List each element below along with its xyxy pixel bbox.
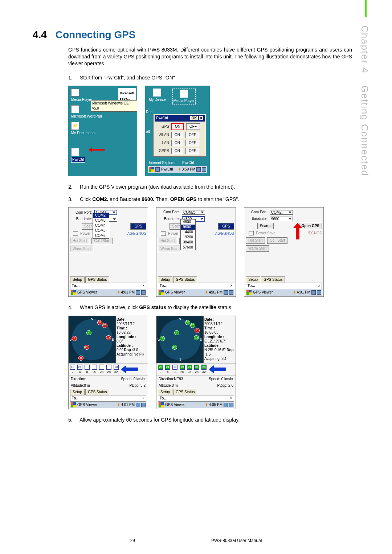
red-arrow-icon [89,148,105,152]
taskbar: PwrCtrl ⬇ 3:59 PM [148,166,207,173]
lan-on-button[interactable]: ON [171,140,183,146]
document-title-footer: PWS-8033M User Manual [211,538,262,543]
step-5: 5. Allow approximately 60 seconds for GP… [68,416,352,424]
sidebar-chapter: Chapter 4 [359,25,370,73]
gps-off-button[interactable]: OFF [186,123,200,130]
sidebar-title: Getting Connected [359,85,370,176]
desktop-icon-my-device[interactable]: My Device [149,89,166,104]
screenshot-desktop: Microsoft Win Microsoft Windows CE v5.0 … [68,86,137,176]
list-item[interactable]: 19200 [181,235,195,240]
baudrate-select[interactable] [270,217,293,221]
section-number: 4.4 [33,29,47,40]
intro-paragraph: GPS functions come optional with PWS-803… [68,46,352,67]
taskbar-app-icon[interactable] [155,167,160,172]
desktop-icon-pwrctrl-bottom[interactable]: PwrCtrl [182,160,194,165]
gprs-on-button[interactable]: ON [171,148,183,154]
powersave-checkbox[interactable] [73,231,78,236]
list-item[interactable]: 57600 [181,245,195,250]
desktop-icon-media-player-selected[interactable]: ▶ Media Player [172,89,196,104]
list-item[interactable]: COM2: [93,213,109,218]
list-item[interactable]: 9600 [181,225,195,230]
gps-status-3dfix: N W E S 32 20 11 4 2 23 28 [156,316,236,409]
section-title: Connecting GPS [56,29,136,40]
gps-on-button[interactable]: ON [171,123,184,130]
tooltip-win-version: Microsoft Windows CE v5.0 [91,100,137,112]
warm-start-button[interactable]: Warm Start [70,246,93,252]
sky-plot: N W E S 32 20 11 4 2 23 28 [156,316,204,363]
start-button-icon[interactable] [71,290,76,295]
list-item[interactable]: COM6: [93,233,109,238]
list-item[interactable]: 38400 [181,240,195,245]
gps-status-nofix: N W E 32 20 4 2 23 28 8 [68,316,148,409]
blue-arrow-left-icon [121,366,138,373]
com-port-select[interactable] [182,210,205,215]
red-arrow-up-icon [294,223,302,239]
folder-icon: 📁 [71,122,79,130]
pwrctrl-close-button[interactable]: × [199,116,203,120]
media-player-icon: ▶ [71,89,79,97]
gpsviewer-com-dropdown: Com Port: Baudrate: COM2: COM3: COM4: [68,207,148,297]
step-3: 3. Click COM2. and Baudrate 9600. Then, … [68,196,352,297]
step-1: 1. Start from "PwrCtrl", and chose GPS "… [68,74,352,177]
tab-gps-status[interactable]: GPS Status [85,276,109,283]
close-icon[interactable]: × [142,283,144,288]
list-item[interactable]: 4800 [181,219,195,225]
list-item[interactable]: 14400 [181,230,195,235]
section-heading: 4.4 Connecting GPS [33,29,352,41]
desktop-icon-internet-explorer[interactable]: Internet Explorer [149,160,176,165]
blue-arrow-left-icon [209,366,226,373]
taskbar-clock: 3:59 PM [182,167,195,172]
wordpad-icon: W [71,105,79,113]
pwrctrl-icon: ⚙ [71,148,79,156]
gps-close-button[interactable]: GPS [130,223,146,230]
egnos-link[interactable]: AS/EGNOS [127,231,146,236]
gprs-off-button[interactable]: OFF [185,148,199,154]
list-item[interactable]: COM5: [93,228,109,233]
wlan-off-button[interactable]: OFF [185,132,199,138]
chevron-down-icon [113,212,115,213]
pwrctrl-ok-button[interactable]: OK [190,116,198,120]
page-number: 29 [130,538,135,543]
tray-sip-icon[interactable] [202,167,206,172]
sidebar-chapter-label: Chapter 4 Getting Connected [359,25,370,176]
desktop-icon-spacer [71,139,136,145]
lan-off-button[interactable]: OFF [185,140,199,146]
header-accent-stripe [365,0,367,17]
sky-plot: N W E 32 20 4 2 23 28 8 [69,316,116,363]
tray-icon[interactable] [196,167,201,172]
screenshot-pwrctrl-window: My Device ▶ Media Player Rec oft PwrCtrl [145,86,210,176]
chevron-down-icon [113,218,116,220]
com-port-options: COM2: COM3: COM4: COM5: COM6: [93,213,109,239]
scan-button[interactable]: Scan... [257,223,274,229]
com-port-select[interactable] [270,210,293,215]
step-2: 2. Run the GPS Viewer program (download … [68,184,352,191]
list-item[interactable]: COM4: [93,223,109,228]
hot-start-button[interactable]: Hot Start [70,238,89,244]
start-button-icon[interactable] [149,167,154,172]
list-item[interactable]: COM3: [93,218,109,223]
gpsviewer-baud-dropdown: Com Port: Baudrate: 4800 9600 14400 1920… [156,207,236,297]
desktop-icon-my-documents[interactable]: 📁 My Documents [71,122,136,136]
tab-setup[interactable]: Setup [70,276,85,283]
gpsviewer-open-gps: Com Port: Baudrate: Scan...Open GPS Powe… [244,207,324,297]
open-gps-button[interactable]: Open GPS [299,223,322,229]
baudrate-options: 4800 9600 14400 19200 38400 57600 [180,219,196,250]
wlan-on-button[interactable]: ON [171,132,183,138]
tray-download-icon: ⬇ [178,167,181,172]
step-4: 4. When GPS is active, click GPS status … [68,304,352,409]
pwrctrl-titlebar: PwrCtrl OK × [155,115,205,122]
